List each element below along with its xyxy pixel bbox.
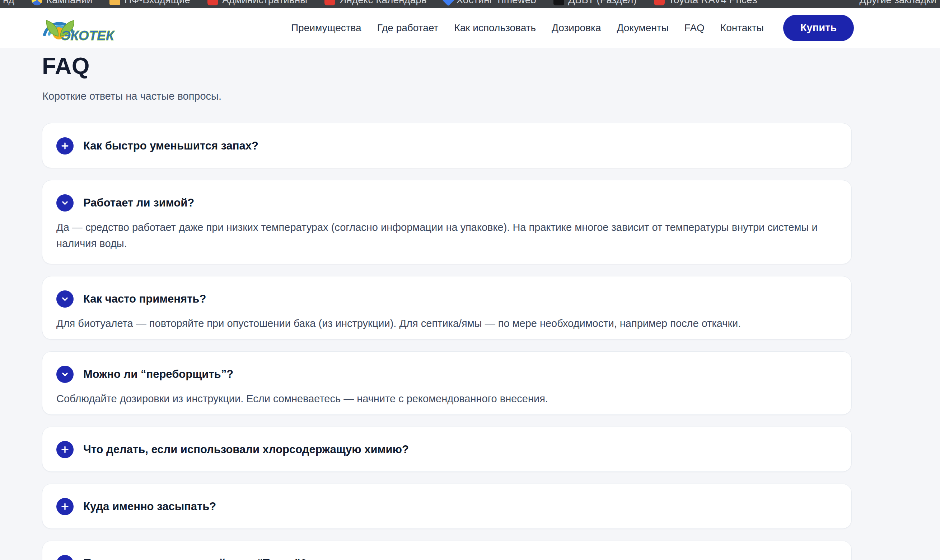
nav-link-faq[interactable]: FAQ <box>684 22 705 34</box>
expand-toggle[interactable] <box>56 555 74 560</box>
faq-card: Можно ли “переборщить”?Соблюдайте дозиро… <box>42 351 852 415</box>
bookmark-item[interactable]: Хостинг Timeweb <box>444 0 536 6</box>
faq-answer: Да — средство работает даже при низких т… <box>56 219 837 252</box>
chevron-down-icon <box>60 294 69 304</box>
faq-question-row[interactable]: Подходит ли для станций типа “Топас”? <box>42 541 851 560</box>
faq-question: Можно ли “переборщить”? <box>83 368 233 381</box>
faq-card: Как быстро уменьшится запах? <box>42 123 852 168</box>
site-header: ЭКОТЕК ПреимуществаГде работаетКак испол… <box>0 8 940 48</box>
bookmark-item[interactable]: нд <box>3 0 14 6</box>
bookmark-label: ДВБТ (Раздел) <box>568 0 637 6</box>
faq-question: Подходит ли для станций типа “Топас”? <box>83 557 307 560</box>
faq-answer: Для биотуалета — повторяйте при опустоше… <box>56 315 837 332</box>
page-title: FAQ <box>42 54 90 77</box>
collapse-toggle[interactable] <box>56 291 74 308</box>
faq-list: Как быстро уменьшится запах?Работает ли … <box>42 123 852 560</box>
faq-card: Подходит ли для станций типа “Топас”? <box>42 541 852 560</box>
black-square-icon <box>553 0 564 5</box>
bookmarks-items: ндКампанииПФ-ВходящиеАдминистративныЯнде… <box>3 0 757 7</box>
chevron-down-icon <box>60 370 69 379</box>
collapse-toggle[interactable] <box>56 366 74 383</box>
faq-question: Работает ли зимой? <box>83 197 194 209</box>
bookmark-item[interactable]: Toyota RAV4 Prices <box>654 0 757 6</box>
nav-link-контакты[interactable]: Контакты <box>720 22 764 34</box>
nav-link-где-работает[interactable]: Где работает <box>377 22 438 34</box>
bookmark-label: Хостинг Timeweb <box>457 0 536 6</box>
bookmark-label: Кампании <box>46 0 93 6</box>
faq-question: Как часто применять? <box>83 292 206 305</box>
expand-toggle[interactable] <box>56 441 74 458</box>
main-nav: ПреимуществаГде работаетКак использовать… <box>291 15 854 41</box>
other-bookmarks-button[interactable]: Другие закладки <box>859 0 936 7</box>
plus-icon <box>61 142 69 150</box>
nav-link-преимущества[interactable]: Преимущества <box>291 22 361 34</box>
folder-icon <box>110 0 120 5</box>
bookmark-label: Административны <box>222 0 307 6</box>
red-square-icon <box>324 0 335 5</box>
faq-card: Куда именно засыпать? <box>42 484 852 529</box>
blue-diamond-icon <box>442 0 454 6</box>
red-square-icon <box>207 0 218 5</box>
bookmark-label: Toyota RAV4 Prices <box>669 0 757 6</box>
bookmark-item[interactable]: ПФ-Входящие <box>110 0 190 6</box>
faq-card: Как часто применять?Для биотуалета — пов… <box>42 276 852 340</box>
faq-question-row[interactable]: Как быстро уменьшится запах? <box>42 123 851 168</box>
bookmark-item[interactable]: Административны <box>207 0 307 6</box>
faq-question-row[interactable]: Как часто применять? <box>42 276 851 322</box>
nav-link-дозировка[interactable]: Дозировка <box>552 22 601 34</box>
bookmark-label: Яндекс Календарь <box>339 0 426 6</box>
chevron-down-icon <box>60 198 69 208</box>
bookmark-label: ПФ-Входящие <box>124 0 190 6</box>
faq-answer: Соблюдайте дозировки из инструкции. Если… <box>56 391 837 407</box>
faq-question-row[interactable]: Что делать, если использовали хлорсодерж… <box>42 427 851 472</box>
bookmark-item[interactable]: Яндекс Календарь <box>324 0 426 6</box>
bookmark-label: нд <box>3 0 14 6</box>
bookmark-item[interactable]: ДВБТ (Раздел) <box>553 0 637 6</box>
faq-question: Что делать, если использовали хлорсодерж… <box>83 443 409 456</box>
faq-card: Что делать, если использовали хлорсодерж… <box>42 427 852 472</box>
logo-wordmark: ЭКОТЕК <box>61 28 115 43</box>
nav-link-документы[interactable]: Документы <box>617 22 668 34</box>
ecotek-logo-icon: ЭКОТЕК <box>40 12 116 43</box>
faq-question-row[interactable]: Работает ли зимой? <box>42 180 851 226</box>
buy-button[interactable]: Купить <box>783 15 854 41</box>
expand-toggle[interactable] <box>56 137 74 154</box>
browser-bookmarks-bar: ндКампанииПФ-ВходящиеАдминистративныЯнде… <box>0 0 940 8</box>
faq-question: Как быстро уменьшится запах? <box>83 140 258 152</box>
faq-question-row[interactable]: Куда именно засыпать? <box>42 484 851 529</box>
faq-question-row[interactable]: Можно ли “переборщить”? <box>42 352 851 397</box>
expand-toggle[interactable] <box>56 498 74 515</box>
faq-question: Куда именно засыпать? <box>83 500 216 513</box>
page-subtitle: Короткие ответы на частые вопросы. <box>42 90 221 102</box>
bookmark-item[interactable]: Кампании <box>32 0 93 6</box>
plus-icon <box>61 445 69 454</box>
red-square-icon <box>654 0 665 5</box>
site-logo[interactable]: ЭКОТЕК <box>40 12 116 43</box>
plus-icon <box>61 502 69 511</box>
collapse-toggle[interactable] <box>56 194 74 212</box>
other-bookmarks-label: Другие закладки <box>859 0 936 6</box>
campaign-ball-icon <box>32 0 42 5</box>
faq-card: Работает ли зимой?Да — средство работает… <box>42 180 852 264</box>
nav-link-как-использовать[interactable]: Как использовать <box>454 22 536 34</box>
